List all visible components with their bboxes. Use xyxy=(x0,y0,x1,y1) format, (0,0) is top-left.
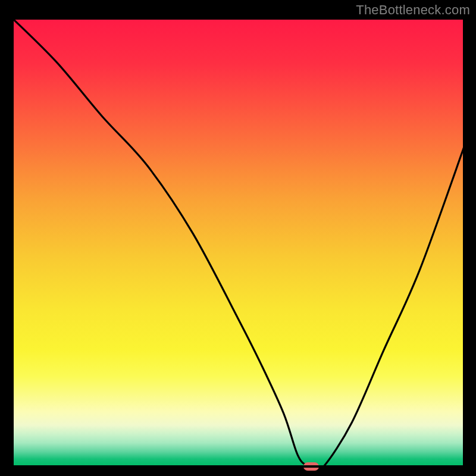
axis-left xyxy=(11,17,14,468)
attribution-text: TheBottleneck.com xyxy=(356,2,470,18)
chart-container: TheBottleneck.com xyxy=(0,0,476,476)
axis-right xyxy=(463,17,465,468)
axis-bottom xyxy=(11,465,465,468)
gradient-background xyxy=(14,20,463,465)
plot-frame xyxy=(11,17,465,468)
